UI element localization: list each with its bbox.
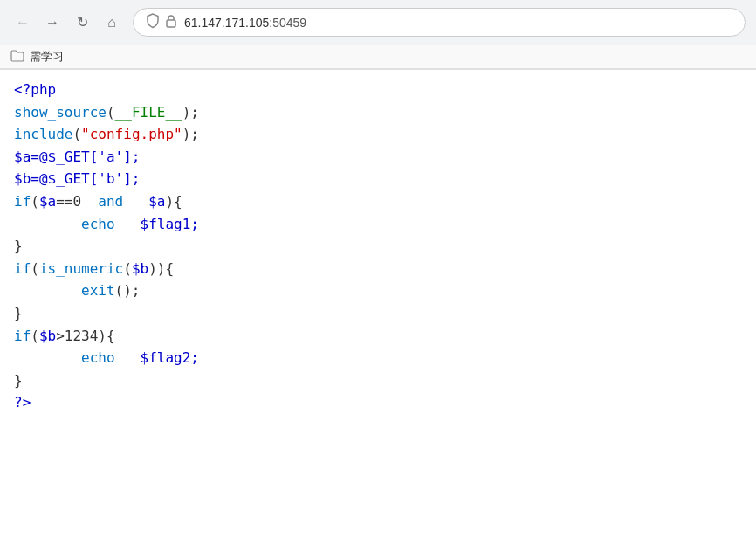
if-var-a: $a bbox=[39, 193, 56, 210]
folder-icon bbox=[10, 50, 24, 65]
shield-icon bbox=[146, 13, 160, 31]
if-b-var: $b bbox=[132, 260, 148, 277]
if-paren-1: ( bbox=[31, 193, 39, 210]
bookmark-label: 需学习 bbox=[30, 49, 64, 65]
address-icons bbox=[146, 13, 177, 31]
if-paren-2: ( bbox=[31, 260, 39, 277]
if-a2: $a bbox=[148, 193, 165, 210]
bookmark-bar: 需学习 bbox=[0, 45, 756, 69]
file-const: __FILE__ bbox=[115, 104, 182, 121]
gt-op: >1234){ bbox=[56, 328, 114, 344]
home-button[interactable]: ⌂ bbox=[100, 10, 124, 35]
back-button[interactable]: ← bbox=[10, 10, 35, 35]
browser-toolbar: ← → ↻ ⌂ 61.147.171.105:50459 bbox=[0, 0, 756, 45]
paren4: ) bbox=[182, 126, 191, 142]
svg-rect-0 bbox=[167, 20, 175, 27]
if-paren-4: )){ bbox=[148, 260, 174, 277]
close-brace-3: } bbox=[14, 372, 23, 389]
is-numeric-func: is_numeric bbox=[39, 260, 123, 277]
echo-2: echo bbox=[81, 349, 115, 366]
close-brace-1: } bbox=[14, 238, 23, 254]
if-eq: ==0 bbox=[56, 193, 98, 210]
flag2-var: $flag2; bbox=[141, 349, 199, 366]
forward-button[interactable]: → bbox=[40, 10, 65, 35]
include-arg: "config.php" bbox=[81, 126, 182, 142]
if-keyword-3: if bbox=[14, 328, 31, 344]
php-close-tag: ?> bbox=[14, 394, 31, 411]
address-text: 61.147.171.105:50459 bbox=[184, 16, 732, 30]
var-b-assign: $b=@$_GET['b']; bbox=[14, 170, 141, 187]
if-paren-5: ( bbox=[31, 328, 39, 344]
if-paren-3: ( bbox=[123, 260, 132, 277]
close-brace-2: } bbox=[14, 305, 23, 321]
if-space bbox=[123, 193, 148, 210]
address-port: :50459 bbox=[269, 16, 306, 30]
if-b-var2: $b bbox=[39, 328, 56, 344]
php-open-tag: <?php bbox=[14, 81, 56, 98]
echo-1: echo bbox=[81, 216, 115, 232]
exit-func: exit bbox=[81, 282, 115, 299]
semi2: ; bbox=[190, 126, 199, 142]
if-keyword-1: if bbox=[14, 193, 31, 210]
nav-buttons: ← → ↻ ⌂ bbox=[10, 10, 124, 35]
paren1: ( bbox=[107, 104, 115, 121]
exit-parens: (); bbox=[115, 282, 141, 299]
show-source-func: show_source bbox=[14, 104, 107, 121]
code-block: <?php show_source(__FILE__); include("co… bbox=[14, 79, 742, 414]
and-keyword: and bbox=[98, 193, 123, 210]
lock-icon bbox=[165, 14, 177, 31]
include-func: include bbox=[14, 126, 72, 142]
var-a-assign: $a=@$_GET['a']; bbox=[14, 148, 141, 165]
code-area: <?php show_source(__FILE__); include("co… bbox=[0, 70, 756, 423]
flag1-var: $flag1; bbox=[141, 216, 199, 232]
if-keyword-2: if bbox=[14, 260, 31, 277]
address-bar[interactable]: 61.147.171.105:50459 bbox=[133, 8, 746, 37]
semi1: ; bbox=[190, 104, 199, 121]
paren2: ) bbox=[182, 104, 191, 121]
paren3: ( bbox=[72, 126, 81, 142]
if-close1: ){ bbox=[165, 193, 182, 210]
reload-button[interactable]: ↻ bbox=[70, 10, 94, 35]
address-host: 61.147.171.105 bbox=[184, 16, 269, 30]
